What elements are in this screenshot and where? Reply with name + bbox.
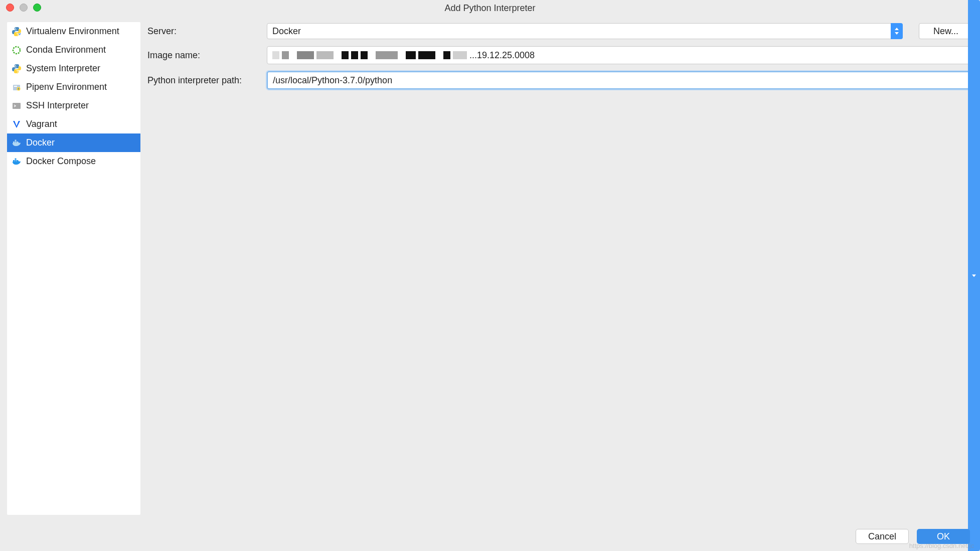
dialog-content: v Virtualenv Environment Conda Environme… (0, 15, 980, 522)
chevron-down-icon (968, 46, 973, 64)
docker-config-panel: Server: Docker New... Image name: (146, 22, 973, 515)
sidebar-item-label: Virtualenv Environment (26, 26, 119, 37)
server-select-value: Docker (267, 23, 903, 39)
sidebar-item-label: SSH Interpreter (26, 100, 89, 111)
close-window-button[interactable] (6, 4, 14, 12)
server-label: Server: (146, 26, 263, 37)
svg-rect-10 (13, 103, 21, 109)
sidebar-item-pipenv[interactable]: Pipenv Environment (7, 78, 140, 96)
sidebar-item-label: Pipenv Environment (26, 82, 107, 92)
dialog-footer: Cancel OK (0, 522, 980, 551)
titlebar: Add Python Interpreter (0, 0, 980, 15)
svg-point-9 (18, 88, 20, 89)
dropdown-arrows-icon (891, 23, 903, 39)
svg-point-5 (17, 71, 18, 72)
window-title: Add Python Interpreter (6, 2, 974, 14)
watermark-text: https://blog.csdn.net/jc (909, 542, 974, 549)
sidebar-item-conda[interactable]: Conda Environment (7, 41, 140, 59)
sidebar-item-virtualenv[interactable]: v Virtualenv Environment (7, 22, 140, 41)
interpreter-type-sidebar: v Virtualenv Environment Conda Environme… (7, 22, 140, 515)
sidebar-item-system[interactable]: System Interpreter (7, 59, 140, 78)
window-controls (6, 4, 41, 12)
svg-rect-15 (13, 160, 15, 162)
new-server-button[interactable]: New... (919, 23, 973, 39)
pipenv-icon (12, 83, 21, 92)
server-row: Server: Docker New... (146, 23, 973, 39)
sidebar-item-docker[interactable]: Docker (7, 133, 140, 152)
python-icon (12, 64, 21, 73)
svg-point-4 (15, 65, 16, 66)
sidebar-item-label: System Interpreter (26, 63, 100, 74)
sidebar-item-vagrant[interactable]: Vagrant (7, 115, 140, 133)
sidebar-item-label: Docker (26, 137, 55, 148)
sidebar-item-label: Vagrant (26, 119, 57, 129)
svg-rect-11 (13, 142, 15, 143)
svg-point-1 (17, 34, 18, 35)
image-name-label: Image name: (146, 50, 263, 61)
minimize-window-button[interactable] (20, 4, 28, 12)
cancel-button[interactable]: Cancel (856, 529, 909, 544)
conda-icon (12, 46, 21, 55)
svg-rect-17 (17, 160, 18, 162)
interpreter-path-row: Python interpreter path: (146, 71, 973, 89)
ssh-icon (12, 101, 21, 110)
image-name-select[interactable]: ...19.12.25.0008 (267, 46, 973, 64)
sidebar-item-label: Conda Environment (26, 45, 106, 55)
svg-point-3 (13, 47, 20, 54)
image-name-row: Image name: ...19.12.25.0008 (146, 46, 973, 64)
sidebar-item-label: Docker Compose (26, 156, 96, 167)
svg-text:v: v (19, 32, 21, 36)
interpreter-path-label: Python interpreter path: (146, 75, 263, 86)
docker-compose-icon (12, 157, 21, 166)
svg-rect-16 (15, 160, 17, 162)
python-env-icon: v (12, 27, 21, 36)
docker-icon (12, 139, 21, 148)
svg-rect-18 (15, 158, 17, 160)
sidebar-item-docker-compose[interactable]: Docker Compose (7, 152, 140, 171)
vagrant-icon (12, 120, 21, 129)
sidebar-item-ssh[interactable]: SSH Interpreter (7, 96, 140, 115)
svg-rect-7 (14, 86, 17, 87)
maximize-window-button[interactable] (33, 4, 41, 12)
svg-rect-14 (15, 140, 17, 141)
svg-point-0 (15, 28, 16, 29)
interpreter-path-input[interactable] (267, 71, 973, 89)
svg-rect-13 (17, 142, 18, 143)
svg-rect-12 (15, 142, 17, 143)
image-name-value-suffix: ...19.12.25.0008 (469, 50, 535, 61)
server-select[interactable]: Docker (267, 23, 903, 39)
